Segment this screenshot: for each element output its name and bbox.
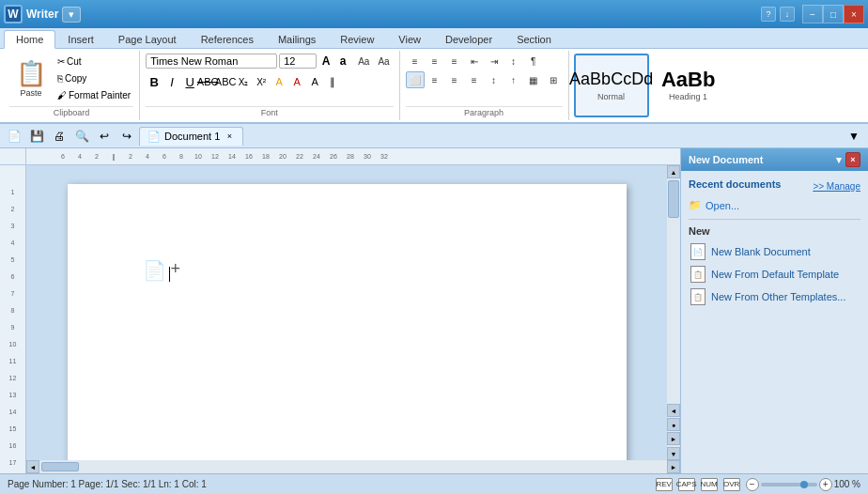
doc-viewport[interactable]: 📄 +	[0, 165, 667, 460]
style-heading-label: Heading 1	[669, 92, 707, 101]
tab-review[interactable]: Review	[328, 29, 386, 48]
line-spacing-button[interactable]: ↕	[485, 71, 504, 88]
align-left-button[interactable]: ⬜	[406, 71, 425, 88]
underline-button[interactable]: U	[181, 73, 198, 90]
tab-insert[interactable]: Insert	[55, 29, 106, 48]
tab-mailings[interactable]: Mailings	[266, 29, 328, 48]
paste-button[interactable]: 📋 Paste	[9, 54, 53, 103]
show-formatting-button[interactable]: ¶	[524, 53, 543, 69]
panel-divider	[689, 219, 860, 220]
copy-button[interactable]: ⎘Copy	[54, 71, 133, 85]
undo-toolbar-button[interactable]: ↩	[94, 126, 115, 147]
horizontal-scrollbar[interactable]: ◄ ►	[0, 460, 680, 473]
italic-button[interactable]: I	[163, 73, 180, 90]
font-label: Font	[146, 106, 393, 118]
panel-close-button[interactable]: ×	[845, 152, 860, 167]
app-dropdown[interactable]: ▾	[62, 7, 81, 23]
document-tab[interactable]: 📄 Document 1 ×	[139, 127, 243, 146]
decrease-indent-button[interactable]: ⇤	[465, 53, 484, 69]
increase-indent-button[interactable]: ⇥	[485, 53, 504, 69]
list-level-button[interactable]: ≡	[445, 53, 464, 69]
scroll-prev-btn[interactable]: ◄	[667, 404, 680, 417]
tab-developer[interactable]: Developer	[433, 29, 504, 48]
font-size-input[interactable]	[279, 54, 317, 69]
num-indicator: NUM	[701, 478, 718, 491]
scroll-right-button[interactable]: ►	[667, 460, 680, 473]
blank-doc-icon: 📄	[690, 243, 705, 260]
panel-content: Recent documents >> Manage 📁 Open... New…	[681, 171, 868, 473]
zoom-thumb[interactable]	[800, 481, 808, 488]
scroll-down-button[interactable]: ▼	[667, 447, 680, 460]
print-toolbar-button[interactable]: 🖨	[49, 126, 70, 147]
vertical-scrollbar[interactable]: ▲ ◄ ● ► ▼	[667, 165, 680, 460]
superscript-button[interactable]: X²	[253, 73, 270, 90]
text-effect-button[interactable]: ∥	[324, 73, 341, 90]
abc-button[interactable]: ABC	[217, 73, 234, 90]
scroll-thumb[interactable]	[668, 180, 679, 218]
panel-header: New Document ▾ ×	[681, 148, 868, 171]
doc-cursor-icon: 📄	[143, 260, 166, 281]
shading-button[interactable]: ▦	[524, 71, 543, 88]
new-blank-document-item[interactable]: 📄 New Blank Document	[689, 240, 860, 263]
tab-view[interactable]: View	[386, 29, 433, 48]
page-info: Page Number: 1 Page: 1/1 Sec: 1/1 Ln: 1 …	[8, 479, 207, 489]
zoom-control[interactable]: − + 100 %	[746, 478, 860, 491]
bullet-list-button[interactable]: ≡	[406, 53, 425, 69]
font-name-input[interactable]	[146, 54, 277, 69]
format-painter-button[interactable]: 🖌Format Painter	[54, 88, 133, 102]
zoom-slider[interactable]	[761, 483, 817, 486]
close-button[interactable]: ×	[844, 5, 864, 23]
scroll-next-btn[interactable]: ►	[667, 432, 680, 445]
panel-dropdown-icon[interactable]: ▾	[836, 154, 842, 166]
font-shrink-button[interactable]: a	[335, 54, 350, 69]
para-spacing-button[interactable]: ↑	[504, 71, 523, 88]
justify-button[interactable]: ≡	[465, 71, 484, 88]
new-from-other-templates-item[interactable]: 📋 New From Other Templates...	[689, 286, 860, 308]
update-icon[interactable]: ↓	[780, 7, 795, 22]
redo-toolbar-button[interactable]: ↪	[116, 126, 137, 147]
align-center-button[interactable]: ≡	[426, 71, 444, 88]
style-normal-preview: AaBbCcDd	[569, 69, 653, 90]
cut-button[interactable]: ✂Cut	[54, 54, 133, 69]
tab-home[interactable]: Home	[4, 30, 55, 49]
zoom-in-button[interactable]: +	[819, 478, 832, 491]
view-options-button[interactable]: ▼	[844, 126, 864, 147]
hscroll-thumb[interactable]	[41, 462, 79, 471]
new-doc-toolbar-button[interactable]: 📄	[4, 126, 24, 147]
style-normal[interactable]: AaBbCcDd Normal	[574, 54, 649, 117]
scroll-up-button[interactable]: ▲	[667, 165, 680, 178]
maximize-button[interactable]: □	[823, 5, 844, 23]
new-section-title: New	[689, 225, 860, 237]
save-toolbar-button[interactable]: 💾	[26, 126, 47, 147]
scroll-left-button[interactable]: ◄	[26, 460, 39, 473]
font-color-button[interactable]: A	[288, 73, 305, 90]
open-link[interactable]: 📁 Open...	[689, 197, 860, 213]
numbered-list-button[interactable]: ≡	[426, 53, 444, 69]
tab-references[interactable]: References	[189, 29, 266, 48]
tab-section[interactable]: Section	[504, 29, 564, 48]
zoom-out-button[interactable]: −	[746, 478, 759, 491]
border-button[interactable]: ⊞	[544, 71, 563, 88]
manage-link[interactable]: >> Manage	[813, 181, 860, 192]
doc-tab-close-button[interactable]: ×	[224, 131, 235, 142]
subscript-button[interactable]: X₂	[235, 73, 252, 90]
bold-button[interactable]: B	[146, 73, 163, 90]
style-heading[interactable]: AaBb Heading 1	[651, 54, 726, 117]
scroll-center-btn[interactable]: ●	[667, 418, 680, 431]
highlight-button[interactable]: A	[271, 73, 287, 90]
tab-page-layout[interactable]: Page Layout	[106, 29, 189, 48]
help-icon[interactable]: ?	[761, 7, 776, 22]
page-content[interactable]: 📄 +	[68, 184, 627, 460]
minimize-button[interactable]: −	[802, 5, 823, 23]
new-from-template-item[interactable]: 📋 New From Default Template	[689, 263, 860, 286]
background-color-button[interactable]: A	[306, 73, 323, 90]
change-case-button[interactable]: Aa	[374, 53, 393, 69]
font-grow-button[interactable]: A	[318, 54, 333, 69]
sort-button[interactable]: ↕	[504, 53, 523, 69]
strikethrough-button[interactable]: ABC	[199, 73, 216, 90]
align-right-button[interactable]: ≡	[445, 71, 464, 88]
status-bar: Page Number: 1 Page: 1/1 Sec: 1/1 Ln: 1 …	[0, 473, 868, 494]
clear-format-button[interactable]: Aa	[354, 53, 373, 69]
rev-indicator: REV	[656, 478, 673, 491]
find-toolbar-button[interactable]: 🔍	[71, 126, 92, 147]
